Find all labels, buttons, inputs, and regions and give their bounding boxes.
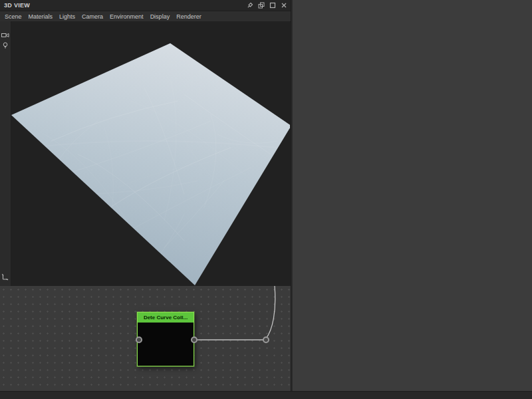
- axis-gizmo-icon[interactable]: [1, 271, 9, 283]
- menu-display[interactable]: Display: [150, 13, 170, 20]
- 3d-view-panel: 3D VIEW Scene Materials Lights Came: [0, 0, 291, 286]
- wire-dot-upward[interactable]: [266, 286, 275, 338]
- reroute-dot[interactable]: [263, 336, 269, 343]
- menu-scene[interactable]: Scene: [5, 13, 22, 20]
- graph-node-header[interactable]: Dete Curve Coll...: [138, 313, 194, 323]
- light-icon[interactable]: [1, 40, 9, 52]
- 3d-view-menubar: Scene Materials Lights Camera Environmen…: [0, 11, 291, 22]
- maximize-icon[interactable]: [269, 2, 276, 9]
- right-empty-panel[interactable]: [291, 0, 532, 391]
- close-icon[interactable]: [281, 2, 287, 9]
- application-window: 3D VIEW Scene Materials Lights Came: [0, 0, 532, 399]
- node-output-connector[interactable]: [191, 336, 198, 343]
- undock-icon[interactable]: [258, 2, 265, 9]
- menu-camera[interactable]: Camera: [82, 13, 103, 20]
- graph-node[interactable]: Dete Curve Coll...: [137, 312, 194, 366]
- 3d-viewport[interactable]: [11, 21, 290, 286]
- menu-renderer[interactable]: Renderer: [176, 13, 201, 20]
- status-bar: [0, 391, 532, 399]
- rendered-plane: [11, 21, 290, 286]
- panel-title: 3D VIEW: [4, 2, 247, 9]
- 3d-view-titlebar[interactable]: 3D VIEW: [0, 0, 291, 11]
- titlebar-icons: [247, 2, 287, 9]
- menu-environment[interactable]: Environment: [110, 13, 144, 20]
- node-graph-canvas[interactable]: Dete Curve Coll...: [0, 286, 291, 391]
- menu-materials[interactable]: Materials: [29, 13, 53, 20]
- menu-lights[interactable]: Lights: [59, 13, 75, 20]
- node-input-connector[interactable]: [136, 336, 142, 343]
- pin-icon[interactable]: [247, 2, 253, 9]
- viewport-side-toolbar: [0, 21, 11, 286]
